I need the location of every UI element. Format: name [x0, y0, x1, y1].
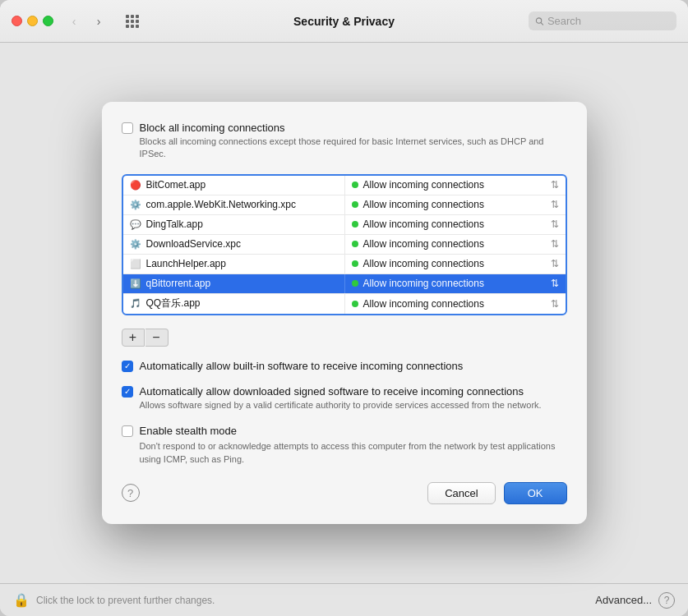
- remove-app-button[interactable]: −: [145, 329, 169, 347]
- maximize-button[interactable]: [43, 16, 53, 26]
- app-list-row[interactable]: 💬 DingTalk.app Allow incoming connection…: [123, 215, 566, 235]
- bottom-help-button[interactable]: ?: [658, 592, 675, 609]
- status-dot: [352, 182, 358, 188]
- app-list-row[interactable]: ⚙️ DownloadService.xpc Allow incoming co…: [123, 235, 566, 255]
- app-status-text: Allow incoming connections: [363, 179, 484, 191]
- app-status-cell: Allow incoming connections ⇅: [345, 294, 566, 314]
- app-list-row[interactable]: 🎵 QQ音乐.app Allow incoming connections ⇅: [123, 294, 566, 314]
- advanced-button[interactable]: Advanced...: [595, 594, 652, 606]
- app-name: DownloadService.xpc: [146, 238, 241, 250]
- app-name-cell: ⚙️ com.apple.WebKit.Networking.xpc: [123, 195, 345, 214]
- firewall-dialog: Block all incoming connections Blocks al…: [102, 102, 587, 524]
- app-name-cell: ⚙️ DownloadService.xpc: [123, 235, 345, 254]
- status-dot: [352, 260, 358, 267]
- window-title: Security & Privacy: [293, 15, 395, 28]
- titlebar: ‹ › Security & Privacy: [0, 0, 688, 43]
- close-button[interactable]: [12, 16, 22, 26]
- traffic-lights: [12, 16, 53, 26]
- ok-button[interactable]: OK: [504, 482, 567, 504]
- app-status-text: Allow incoming connections: [363, 199, 484, 210]
- auto-signed-desc: Allows software signed by a valid certif…: [140, 399, 542, 411]
- auto-signed-label: Automatically allow downloaded signed so…: [140, 385, 542, 398]
- app-list-row[interactable]: ⚙️ com.apple.WebKit.Networking.xpc Allow…: [123, 195, 566, 215]
- block-all-desc: Blocks all incoming connections except t…: [140, 136, 567, 161]
- main-window: ‹ › Security & Privacy Block all incomin…: [0, 0, 688, 616]
- app-icon: ⚙️: [130, 199, 141, 210]
- add-app-button[interactable]: +: [122, 329, 145, 347]
- app-status-text: Allow incoming connections: [363, 218, 484, 230]
- cancel-button[interactable]: Cancel: [427, 482, 495, 504]
- auto-builtin-checkbox[interactable]: [122, 361, 133, 372]
- app-status-text: Allow incoming connections: [363, 278, 484, 289]
- stealth-desc: Don't respond to or acknowledge attempts…: [140, 440, 567, 466]
- app-icon: ⚙️: [130, 238, 141, 250]
- stealth-section: Enable stealth mode Don't respond to or …: [122, 425, 567, 466]
- auto-signed-checkbox[interactable]: [122, 386, 133, 398]
- app-status-text: Allow incoming connections: [363, 238, 484, 250]
- block-all-checkbox[interactable]: [122, 122, 133, 134]
- dropdown-icon[interactable]: ⇅: [551, 278, 559, 289]
- app-name: LaunchHelper.app: [146, 258, 226, 269]
- dropdown-icon[interactable]: ⇅: [551, 199, 559, 210]
- help-button[interactable]: ?: [122, 484, 140, 502]
- app-name-cell: ⬇️ qBittorrent.app: [123, 274, 345, 293]
- app-name: BitComet.app: [146, 179, 206, 191]
- list-controls: + −: [122, 329, 567, 347]
- app-list: 🔴 BitComet.app Allow incoming connection…: [123, 176, 566, 314]
- lock-icon[interactable]: 🔒: [13, 592, 30, 608]
- app-name-cell: 💬 DingTalk.app: [123, 215, 345, 234]
- status-dot: [352, 301, 358, 307]
- app-name-cell: ⬜ LaunchHelper.app: [123, 255, 345, 274]
- dropdown-icon[interactable]: ⇅: [551, 179, 559, 191]
- app-icon: 🔴: [130, 179, 141, 191]
- svg-line-1: [541, 22, 543, 24]
- app-icon: ⬇️: [130, 278, 141, 289]
- search-box[interactable]: [529, 11, 676, 30]
- app-status-cell: Allow incoming connections ⇅: [345, 235, 566, 254]
- forward-button[interactable]: ›: [88, 12, 109, 30]
- app-status-text: Allow incoming connections: [363, 258, 484, 269]
- status-dot: [352, 221, 358, 228]
- search-icon: [535, 16, 544, 26]
- app-name: qBittorrent.app: [146, 278, 211, 289]
- block-all-label: Block all incoming connections: [140, 122, 567, 134]
- app-name: DingTalk.app: [146, 218, 203, 230]
- app-list-row[interactable]: ⬜ LaunchHelper.app Allow incoming connec…: [123, 255, 566, 274]
- dropdown-icon[interactable]: ⇅: [551, 258, 559, 269]
- dropdown-icon[interactable]: ⇅: [551, 238, 559, 250]
- app-name-cell: 🎵 QQ音乐.app: [123, 294, 345, 314]
- stealth-label: Enable stealth mode: [140, 425, 238, 437]
- auto-signed-row: Automatically allow downloaded signed so…: [122, 385, 567, 411]
- back-button[interactable]: ‹: [63, 12, 85, 30]
- dropdown-icon[interactable]: ⇅: [551, 298, 559, 310]
- nav-buttons: ‹ ›: [63, 12, 109, 30]
- search-input[interactable]: [547, 15, 670, 27]
- app-status-cell: Allow incoming connections ⇅: [345, 176, 566, 195]
- app-icon: 💬: [130, 218, 141, 230]
- stealth-checkbox[interactable]: [122, 425, 133, 437]
- app-status-cell: Allow incoming connections ⇅: [345, 215, 566, 234]
- app-name: com.apple.WebKit.Networking.xpc: [146, 199, 297, 210]
- app-status-cell: Allow incoming connections ⇅: [345, 195, 566, 214]
- dropdown-icon[interactable]: ⇅: [551, 218, 559, 230]
- app-list-row[interactable]: 🔴 BitComet.app Allow incoming connection…: [123, 176, 566, 195]
- auto-builtin-row: Automatically allow built-in software to…: [122, 360, 567, 372]
- status-dot: [352, 201, 358, 208]
- app-list-row[interactable]: ⬇️ qBittorrent.app Allow incoming connec…: [123, 274, 566, 294]
- app-status-text: Allow incoming connections: [363, 298, 484, 310]
- window-body: Block all incoming connections Blocks al…: [0, 43, 688, 583]
- status-dot: [352, 280, 358, 287]
- app-list-container: 🔴 BitComet.app Allow incoming connection…: [122, 174, 567, 315]
- bottom-bar: 🔒 Click the lock to prevent further chan…: [0, 583, 688, 616]
- app-name-cell: 🔴 BitComet.app: [123, 176, 345, 195]
- app-icon: ⬜: [130, 258, 141, 269]
- lock-text: Click the lock to prevent further change…: [36, 595, 589, 606]
- dialog-footer: ? Cancel OK: [122, 482, 567, 504]
- app-name: QQ音乐.app: [146, 297, 201, 310]
- grid-icon[interactable]: [126, 15, 139, 28]
- status-dot: [352, 241, 358, 247]
- minimize-button[interactable]: [27, 16, 38, 26]
- app-status-cell: Allow incoming connections ⇅: [345, 255, 566, 274]
- block-all-row: Block all incoming connections Blocks al…: [122, 122, 567, 161]
- auto-builtin-label: Automatically allow built-in software to…: [140, 360, 464, 372]
